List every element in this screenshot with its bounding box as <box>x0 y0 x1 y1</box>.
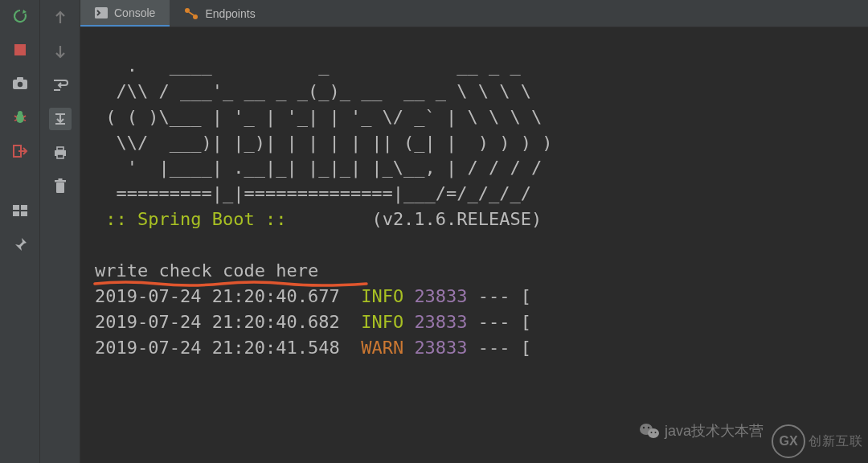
console-icon <box>95 7 108 18</box>
ascii-line: /\\ / ___'_ __ _ _(_)_ __ __ _ \ \ \ \ <box>95 81 531 101</box>
svg-rect-0 <box>14 44 26 55</box>
arrow-down-icon[interactable] <box>49 40 72 63</box>
tab-bar: Console Endpoints <box>80 0 868 27</box>
layout-icon[interactable] <box>10 201 30 220</box>
svg-rect-10 <box>21 211 27 216</box>
svg-point-21 <box>648 428 659 438</box>
svg-rect-7 <box>13 205 19 210</box>
exit-icon[interactable] <box>10 141 30 161</box>
svg-point-24 <box>650 432 652 433</box>
svg-rect-13 <box>57 154 63 158</box>
log-row: 2019-07-24 21:20:40.677 INFO 23833 --- [ <box>95 286 531 306</box>
svg-rect-16 <box>58 178 62 180</box>
svg-rect-14 <box>56 182 64 193</box>
log-row: 2019-07-24 21:20:41.548 WARN 23833 --- [ <box>95 338 531 358</box>
console-toolbar <box>40 0 80 463</box>
pin-icon[interactable] <box>10 235 30 254</box>
run-toolbar <box>0 0 40 463</box>
svg-rect-8 <box>21 205 27 210</box>
svg-rect-9 <box>13 211 19 216</box>
svg-point-5 <box>18 111 23 116</box>
svg-point-3 <box>17 82 22 87</box>
svg-point-25 <box>654 432 656 433</box>
log-row: 2019-07-24 21:20:40.682 INFO 23833 --- [ <box>95 312 531 332</box>
brand-badge-icon: GX <box>772 424 805 458</box>
scroll-end-icon[interactable] <box>49 108 72 130</box>
tab-console[interactable]: Console <box>80 0 170 27</box>
watermark-wechat-text: java技术大本营 <box>665 421 764 440</box>
svg-rect-2 <box>17 77 23 80</box>
watermark-wechat: java技术大本营 <box>639 421 764 440</box>
trash-icon[interactable] <box>49 175 72 198</box>
tab-endpoints-label: Endpoints <box>205 7 255 20</box>
bug-icon[interactable] <box>10 108 30 127</box>
ascii-line: =========|_|==============|___/=/_/_/_/ <box>95 183 531 203</box>
wechat-icon <box>639 422 660 440</box>
tab-endpoints[interactable]: Endpoints <box>170 0 269 27</box>
ascii-line: \\/ ___)| |_)| | | | | || (_| | ) ) ) ) <box>95 133 553 153</box>
spring-label: :: Spring Boot :: <box>95 209 297 229</box>
main-panel: Console Endpoints . ____ _ __ _ _ /\\ / … <box>80 0 868 463</box>
ascii-line: . ____ _ __ _ _ <box>95 55 521 76</box>
svg-rect-17 <box>95 7 108 18</box>
print-icon[interactable] <box>49 141 72 164</box>
camera-icon[interactable] <box>10 74 30 93</box>
stop-icon[interactable] <box>10 40 30 59</box>
svg-rect-15 <box>55 180 66 182</box>
endpoints-icon <box>184 7 199 20</box>
svg-point-22 <box>643 427 645 428</box>
svg-rect-12 <box>57 147 63 150</box>
arrow-up-icon[interactable] <box>49 6 72 29</box>
watermark-brand: GX 创新互联 <box>772 424 863 458</box>
soft-wrap-icon[interactable] <box>49 74 72 96</box>
spring-version: (v2.1.6.RELEASE) <box>297 209 542 229</box>
watermark-brand-text: 创新互联 <box>809 433 863 450</box>
rerun-icon[interactable] <box>10 6 30 26</box>
ascii-line: ' |____| .__|_| |_|_| |_\__, | / / / / <box>95 158 542 178</box>
ascii-line: ( ( )\___ | '_ | '_| | '_ \/ _` | \ \ \ … <box>95 107 542 127</box>
underline-annotation <box>93 279 383 289</box>
tab-console-label: Console <box>114 6 155 19</box>
console-output[interactable]: . ____ _ __ _ _ /\\ / ___'_ __ _ _(_)_ _… <box>80 27 868 463</box>
svg-point-23 <box>648 427 649 428</box>
